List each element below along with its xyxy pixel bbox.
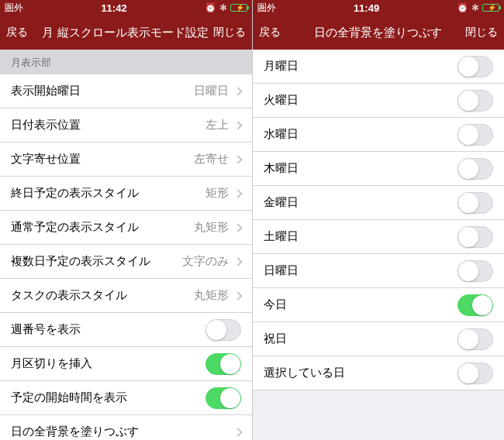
toggle-switch[interactable] (457, 158, 493, 180)
day-toggle-row[interactable]: 日曜日 (253, 254, 504, 288)
chevron-right-icon (233, 291, 242, 300)
row-label: 木曜日 (264, 161, 457, 176)
screen-left: 圏外 11:42 ⏰ ✱ ⚡ 戻る 月 縦スクロール表示モード設定 閉じる 月表… (0, 0, 252, 440)
row-label: 通常予定の表示スタイル (11, 220, 194, 235)
settings-row[interactable]: 週番号を表示 (0, 313, 252, 347)
day-toggle-row[interactable]: 木曜日 (253, 152, 504, 186)
row-label: 金曜日 (264, 195, 457, 210)
day-toggle-row[interactable]: 選択している日 (253, 356, 504, 390)
settings-row[interactable]: 予定の開始時間を表示 (0, 381, 252, 415)
settings-row[interactable]: 月区切りを挿入 (0, 347, 252, 381)
toggle-switch[interactable] (205, 319, 241, 341)
chevron-right-icon (233, 155, 242, 163)
toggle-switch[interactable] (457, 328, 493, 350)
chevron-right-icon (233, 223, 242, 232)
row-label: 終日予定の表示スタイル (11, 186, 205, 201)
carrier-text: 圏外 (5, 2, 23, 15)
row-label: 週番号を表示 (11, 322, 205, 337)
day-toggle-list[interactable]: 月曜日火曜日水曜日木曜日金曜日土曜日日曜日今日祝日選択している日 (253, 50, 504, 440)
day-toggle-row[interactable]: 月曜日 (253, 50, 504, 84)
settings-row[interactable]: 複数日予定の表示スタイル文字のみ (0, 245, 252, 279)
back-button[interactable]: 戻る (259, 26, 290, 40)
status-time: 11:49 (354, 2, 379, 14)
settings-row[interactable]: 文字寄せ位置左寄せ (0, 143, 252, 177)
row-value: 左上 (205, 118, 229, 132)
settings-row[interactable]: 終日予定の表示スタイル矩形 (0, 177, 252, 211)
row-label: 日曜日 (264, 263, 457, 278)
nav-bar: 戻る 日の全背景を塗りつぶす 閉じる (253, 15, 504, 50)
status-time: 11:42 (101, 2, 126, 14)
settings-row[interactable]: 日付表示位置左上 (0, 108, 252, 143)
settings-list[interactable]: 月表示部表示開始曜日日曜日日付表示位置左上文字寄せ位置左寄せ終日予定の表示スタイ… (0, 50, 252, 440)
row-label: 表示開始曜日 (11, 84, 194, 98)
section-header: 月表示部 (0, 50, 252, 74)
nav-bar: 戻る 月 縦スクロール表示モード設定 閉じる (0, 15, 252, 50)
row-label: 文字寄せ位置 (11, 152, 194, 167)
row-label: 月区切りを挿入 (11, 356, 205, 371)
day-toggle-row[interactable]: 今日 (253, 288, 504, 322)
status-bar: 圏外 11:49 ⏰ ✱ ⚡ (253, 0, 504, 15)
row-label: 水曜日 (264, 127, 457, 142)
day-toggle-row[interactable]: 土曜日 (253, 220, 504, 254)
row-value: 日曜日 (194, 84, 229, 98)
chevron-right-icon (233, 257, 242, 266)
alarm-icon: ⏰ (205, 2, 216, 13)
toggle-switch[interactable] (457, 226, 493, 248)
row-label: 今日 (264, 297, 457, 312)
row-value: 文字のみ (182, 254, 229, 269)
row-value: 矩形 (205, 186, 229, 201)
row-label: 複数日予定の表示スタイル (11, 254, 182, 269)
status-bar: 圏外 11:42 ⏰ ✱ ⚡ (0, 0, 252, 15)
alarm-icon: ⏰ (457, 2, 468, 13)
day-toggle-row[interactable]: 祝日 (253, 322, 504, 356)
row-label: 予定の開始時間を表示 (11, 390, 205, 405)
row-label: 火曜日 (264, 93, 457, 108)
carrier-text: 圏外 (257, 2, 276, 15)
back-button[interactable]: 戻る (6, 26, 37, 40)
toggle-switch[interactable] (205, 387, 241, 409)
row-value: 丸矩形 (194, 288, 229, 303)
row-label: 祝日 (264, 332, 457, 346)
nav-title: 月 縦スクロール表示モード設定 (37, 26, 213, 40)
chevron-right-icon (233, 87, 242, 95)
settings-row[interactable]: 日の全背景を塗りつぶす (0, 415, 252, 440)
battery-icon: ⚡ (482, 4, 499, 12)
toggle-switch[interactable] (457, 56, 493, 77)
close-button[interactable]: 閉じる (213, 26, 246, 40)
settings-row[interactable]: 表示開始曜日日曜日 (0, 74, 252, 108)
row-value: 左寄せ (194, 152, 229, 167)
close-button[interactable]: 閉じる (465, 26, 498, 40)
nav-title: 日の全背景を塗りつぶす (290, 26, 465, 40)
row-label: 土曜日 (264, 229, 457, 244)
row-value: 丸矩形 (194, 220, 229, 235)
row-label: 選択している日 (264, 366, 457, 380)
toggle-switch[interactable] (457, 90, 493, 112)
day-toggle-row[interactable]: 金曜日 (253, 186, 504, 220)
toggle-switch[interactable] (205, 353, 241, 375)
chevron-right-icon (233, 121, 242, 129)
battery-icon: ⚡ (230, 4, 247, 12)
bluetooth-icon: ✱ (471, 2, 479, 13)
settings-row[interactable]: タスクの表示スタイル丸矩形 (0, 279, 252, 313)
day-toggle-row[interactable]: 火曜日 (253, 84, 504, 118)
chevron-right-icon (233, 428, 242, 436)
toggle-switch[interactable] (457, 192, 493, 214)
toggle-switch[interactable] (457, 294, 493, 316)
chevron-right-icon (233, 189, 242, 198)
row-label: 日付表示位置 (11, 118, 205, 132)
bluetooth-icon: ✱ (219, 2, 227, 13)
toggle-switch[interactable] (457, 260, 493, 282)
toggle-switch[interactable] (457, 363, 493, 384)
screen-right: 圏外 11:49 ⏰ ✱ ⚡ 戻る 日の全背景を塗りつぶす 閉じる 月曜日火曜日… (252, 0, 504, 440)
toggle-switch[interactable] (457, 124, 493, 146)
day-toggle-row[interactable]: 水曜日 (253, 118, 504, 152)
row-label: 日の全背景を塗りつぶす (11, 425, 233, 439)
row-label: 月曜日 (264, 59, 457, 74)
row-label: タスクの表示スタイル (11, 288, 194, 303)
settings-row[interactable]: 通常予定の表示スタイル丸矩形 (0, 211, 252, 245)
